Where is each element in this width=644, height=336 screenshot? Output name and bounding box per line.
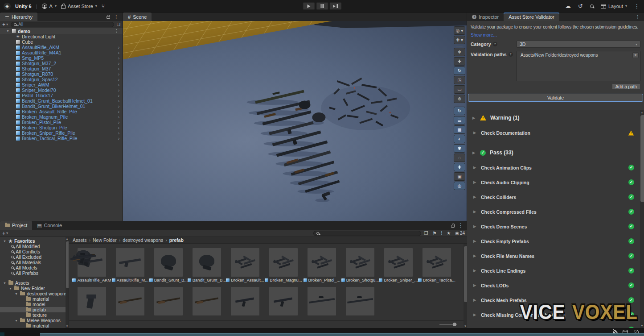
asset-item[interactable] bbox=[346, 287, 374, 315]
validation-check-row[interactable]: ▶ Check Empty Prefabs ✓ bbox=[467, 234, 640, 249]
asset-item[interactable]: Broken_Tactica... bbox=[422, 248, 451, 282]
scale-tool[interactable]: ◳ bbox=[454, 76, 465, 84]
scene-picker-icon[interactable]: ❐ bbox=[117, 22, 120, 27]
prefab-chevron-icon[interactable]: › bbox=[118, 93, 123, 98]
tree-folder-row[interactable]: ▼ Assets bbox=[0, 280, 69, 286]
foldout-arrow-icon[interactable]: ▶ bbox=[473, 269, 477, 273]
foldout-arrow-icon[interactable]: ▶ bbox=[473, 195, 477, 199]
camera-preview-overlay[interactable]: ▣ bbox=[454, 172, 465, 181]
pause-button[interactable] bbox=[316, 2, 328, 10]
favorites-filter-button[interactable]: ★ bbox=[447, 231, 451, 236]
tree-scrollbar[interactable]: ▲ ▼ bbox=[66, 237, 69, 328]
lighting-overlay[interactable]: ◐ bbox=[454, 135, 465, 143]
hand-tool[interactable]: ❖ bbox=[454, 48, 465, 56]
tree-folder-row[interactable]: ▼ destroyed weapons bbox=[0, 291, 69, 296]
project-search-input[interactable] bbox=[321, 231, 418, 236]
hierarchy-item[interactable]: AssaultRifle_M4A1 › bbox=[0, 50, 123, 55]
hierarchy-item[interactable]: Broken_Magnum_Pile › bbox=[0, 114, 123, 120]
global-search-icon[interactable] bbox=[590, 4, 594, 8]
pass-section-header[interactable]: ▶ ✓ Pass (33) bbox=[467, 145, 640, 160]
tab-project[interactable]: Project bbox=[0, 221, 32, 230]
validation-check-row[interactable]: ▶ Check Documentation bbox=[467, 125, 640, 140]
foldout-arrow-icon[interactable]: ▶ bbox=[473, 283, 477, 287]
layout-dropdown-button[interactable]: Layout ▾ bbox=[601, 4, 627, 9]
panel-menu-icon[interactable]: ⋮ bbox=[635, 14, 640, 20]
prefab-chevron-icon[interactable]: › bbox=[118, 77, 123, 82]
tab-console[interactable]: ▤ Console bbox=[32, 221, 67, 230]
hierarchy-item[interactable]: Sniper_Model70 › bbox=[0, 87, 123, 93]
foldout-arrow-icon[interactable]: ▶ bbox=[473, 131, 477, 135]
version-control-icon[interactable]: ⑂ bbox=[102, 3, 104, 9]
breadcrumb-item[interactable]: destroyed weapons bbox=[123, 237, 169, 243]
hierarchy-item[interactable]: AssaultRifle_AKM › bbox=[0, 45, 123, 50]
move-overlay[interactable]: ✚ bbox=[454, 163, 465, 171]
scene-root-row[interactable]: ▼ demo ⋮ bbox=[0, 28, 123, 34]
favorites-item[interactable]: All Materials bbox=[0, 260, 69, 265]
hierarchy-item[interactable]: Bandit_Grunt_BikerHelmet_01 › bbox=[0, 104, 123, 109]
foldout-arrow-icon[interactable]: ▶ bbox=[472, 151, 476, 155]
hierarchy-item[interactable]: Directional Light › bbox=[0, 34, 123, 39]
foldout-arrow-icon[interactable]: ▶ bbox=[473, 210, 477, 214]
hierarchy-item[interactable]: Pistol_Glock17 › bbox=[0, 93, 123, 98]
asset-item[interactable]: Broken_Sniper_... bbox=[384, 248, 413, 282]
validation-check-row[interactable]: ▶ Check Demo Scenes ✓ bbox=[467, 219, 640, 234]
validation-check-row[interactable]: ▶ Check Compressed Files ✓ bbox=[467, 204, 640, 219]
hierarchy-item[interactable]: Sniper_AWM › bbox=[0, 82, 123, 87]
asset-item[interactable]: Bandit_Grunt_B... bbox=[193, 248, 221, 282]
hierarchy-item[interactable]: Shotgun_M37 › bbox=[0, 66, 123, 71]
prefab-chevron-icon[interactable]: › bbox=[118, 120, 123, 125]
validation-check-row[interactable]: ▶ Check Line Endings ✓ bbox=[467, 263, 640, 278]
rect-tool[interactable]: ▭ bbox=[454, 85, 465, 94]
prefab-chevron-icon[interactable]: › bbox=[118, 136, 123, 141]
tab-hierarchy[interactable]: ☰ Hierarchy bbox=[0, 12, 37, 21]
breadcrumb-item[interactable]: Assets bbox=[73, 237, 93, 243]
rotate-tool[interactable]: ↻ bbox=[454, 66, 465, 75]
prefab-chevron-icon[interactable]: › bbox=[118, 99, 123, 104]
foldout-arrow-icon[interactable]: ▶ bbox=[473, 166, 477, 170]
scene-menu-icon[interactable]: ⋮ bbox=[114, 28, 123, 34]
play-button[interactable] bbox=[303, 2, 315, 10]
category-dropdown[interactable]: 3D ▾ bbox=[517, 41, 640, 48]
foldout-arrow-icon[interactable]: ▶ bbox=[472, 116, 476, 120]
validation-check-row[interactable]: ▶ Check Animation Clips ✓ bbox=[467, 160, 640, 175]
hierarchy-item[interactable]: Broken_Sniper_Rifle_Pile › bbox=[0, 130, 123, 136]
prefab-chevron-icon[interactable]: › bbox=[118, 109, 123, 114]
asset-item[interactable] bbox=[193, 287, 221, 315]
hierarchy-item[interactable]: Broken_Pistol_Pile › bbox=[0, 120, 123, 125]
asset-item[interactable]: Broken_Shotgu... bbox=[346, 248, 374, 282]
hierarchy-item[interactable]: Bandit_Grunt_BaseballHelmet_01 › bbox=[0, 98, 123, 104]
favorites-item[interactable]: All Models bbox=[0, 265, 69, 270]
create-object-button[interactable]: +▾ bbox=[2, 21, 8, 28]
asset-item[interactable] bbox=[308, 287, 336, 315]
search-by-type-button[interactable]: ❐ bbox=[424, 231, 429, 236]
prefab-chevron-icon[interactable]: › bbox=[118, 72, 123, 77]
orbit-overlay[interactable]: ↻ bbox=[454, 107, 465, 115]
prefab-chevron-icon[interactable]: › bbox=[118, 125, 123, 130]
prefab-chevron-icon[interactable]: › bbox=[118, 115, 123, 120]
tree-folder-row[interactable]: ▼ Melee Weapons bbox=[0, 318, 69, 323]
prefab-chevron-icon[interactable]: › bbox=[118, 61, 123, 66]
hierarchy-item[interactable]: Shotgun_M37_2 › bbox=[0, 61, 123, 66]
asset-item[interactable]: Bandit_Grunt_B... bbox=[154, 248, 183, 282]
scrollbar-thumb[interactable] bbox=[66, 241, 69, 288]
panel-menu-icon[interactable]: ⋮ bbox=[114, 14, 119, 20]
undo-history-icon[interactable]: ↺ bbox=[578, 3, 583, 9]
search-importance-button[interactable]: ! bbox=[441, 231, 443, 236]
validation-check-row[interactable]: ▶ Check File Menu Names ✓ bbox=[467, 249, 640, 263]
results-scrollbar[interactable]: ▲ ▼ bbox=[640, 110, 644, 328]
asset-item[interactable] bbox=[116, 287, 144, 315]
favorites-item[interactable]: All Conflicts bbox=[0, 249, 69, 254]
tree-folder-row[interactable]: ▼ New Folder bbox=[0, 286, 69, 291]
foldout-arrow-icon[interactable]: ▶ bbox=[473, 254, 477, 258]
breadcrumb-item[interactable]: New Folder bbox=[93, 237, 123, 243]
asset-store-menu-button[interactable]: Asset Store ▾ bbox=[61, 4, 97, 9]
hidden-packages-toggle[interactable]: ◉ 24 bbox=[455, 231, 465, 236]
prefab-chevron-icon[interactable]: › bbox=[118, 66, 123, 71]
prefab-chevron-icon[interactable]: › bbox=[118, 50, 123, 55]
asset-item[interactable] bbox=[154, 287, 183, 315]
hierarchy-item[interactable]: Broken_Assault_Rifle_Pile › bbox=[0, 109, 123, 114]
prefab-chevron-icon[interactable]: › bbox=[118, 88, 123, 93]
project-search[interactable] bbox=[313, 231, 421, 236]
view-orientation-gizmo[interactable]: ◎ ▾ bbox=[454, 26, 465, 35]
foldout-arrow-icon[interactable]: ▶ bbox=[473, 239, 477, 243]
